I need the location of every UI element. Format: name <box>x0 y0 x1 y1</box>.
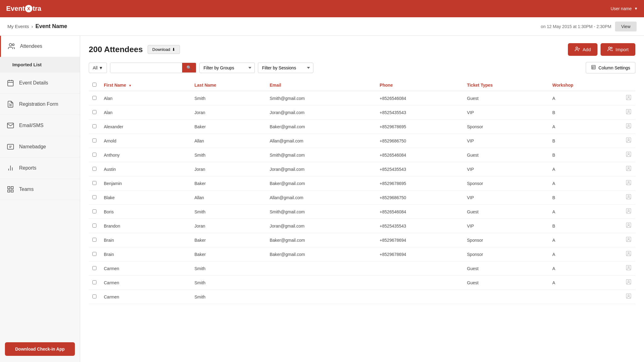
row-checkbox-8[interactable] <box>92 209 96 213</box>
row-checkbox-cell <box>89 219 100 233</box>
import-button[interactable]: Import <box>601 43 635 56</box>
cell-profile-icon[interactable] <box>622 247 635 261</box>
cell-profile-icon[interactable] <box>622 134 635 148</box>
row-checkbox-10[interactable] <box>92 238 96 242</box>
filter-all-dropdown[interactable]: All ▼ <box>89 63 107 73</box>
sidebar-item-registration-form[interactable]: Registration Form <box>0 94 80 115</box>
main-content: 200 Attendees Download ⬇ Add Im <box>80 36 644 362</box>
profile-icon[interactable] <box>626 252 632 258</box>
cell-profile-icon[interactable] <box>622 162 635 176</box>
cell-profile-icon[interactable] <box>622 290 635 304</box>
cell-profile-icon[interactable] <box>622 148 635 162</box>
row-checkbox-12[interactable] <box>92 266 96 270</box>
cell-ticket-type: Guest <box>463 91 549 105</box>
cell-profile-icon[interactable] <box>622 191 635 205</box>
sidebar-item-event-details[interactable]: Event Details <box>0 72 80 94</box>
svg-rect-14 <box>8 187 10 189</box>
cell-profile-icon[interactable] <box>622 261 635 276</box>
cell-ticket-type: Guest <box>463 205 549 219</box>
cell-phone: +8529678695 <box>376 120 463 134</box>
svg-point-56 <box>628 295 630 296</box>
profile-icon[interactable] <box>626 138 632 144</box>
svg-point-52 <box>628 266 630 268</box>
cell-ticket-type: VIP <box>463 134 549 148</box>
table-row: Alan Smith Smith@gmail.com +8526546084 G… <box>89 91 635 105</box>
sidebar-label-registration-form: Registration Form <box>19 101 58 107</box>
cell-last-name: Baker <box>191 120 266 134</box>
import-icon <box>607 46 613 53</box>
event-details-icon <box>6 79 15 87</box>
filter-sessions-select[interactable]: Filter by Sessions <box>258 63 313 73</box>
profile-icon[interactable] <box>626 96 632 102</box>
row-checkbox-1[interactable] <box>92 110 96 114</box>
cell-profile-icon[interactable] <box>622 120 635 134</box>
profile-icon[interactable] <box>626 223 632 229</box>
sidebar-item-attendees[interactable]: Attendees <box>0 36 80 57</box>
search-button[interactable]: 🔍 <box>182 63 196 72</box>
filter-groups-select[interactable]: Filter by Groups <box>199 63 255 73</box>
cell-profile-icon[interactable] <box>622 91 635 105</box>
cell-profile-icon[interactable] <box>622 105 635 120</box>
cell-last-name: Baker <box>191 247 266 261</box>
profile-icon[interactable] <box>626 195 632 201</box>
col-workshop-label: Workshop <box>552 83 573 88</box>
download-checkin-app-button[interactable]: Download Check-in App <box>5 342 75 356</box>
profile-icon[interactable] <box>626 110 632 116</box>
cell-phone: +8526546084 <box>376 205 463 219</box>
profile-icon[interactable] <box>626 167 632 173</box>
cell-workshop: A <box>548 120 622 134</box>
profile-icon[interactable] <box>626 181 632 187</box>
profile-icon[interactable] <box>626 280 632 286</box>
user-name: User name <box>611 6 632 11</box>
cell-phone: +8529678695 <box>376 176 463 191</box>
view-button[interactable]: View <box>615 22 637 31</box>
cell-profile-icon[interactable] <box>622 205 635 219</box>
cell-workshop: A <box>548 205 622 219</box>
row-checkbox-0[interactable] <box>92 96 96 100</box>
cell-email: Joran@gmail.com <box>266 219 376 233</box>
row-checkbox-14[interactable] <box>92 294 96 298</box>
row-checkbox-7[interactable] <box>92 195 96 199</box>
profile-icon[interactable] <box>626 209 632 215</box>
sidebar-item-teams[interactable]: Teams <box>0 179 80 200</box>
add-button[interactable]: Add <box>568 43 598 56</box>
col-first-name[interactable]: First Name ▼ <box>100 80 191 91</box>
sidebar-item-imported-list[interactable]: Imported List <box>0 57 80 72</box>
profile-icon[interactable] <box>626 152 632 158</box>
profile-icon[interactable] <box>626 124 632 130</box>
download-button[interactable]: Download ⬇ <box>148 45 180 54</box>
svg-point-30 <box>628 110 630 112</box>
row-checkbox-cell <box>89 91 100 105</box>
row-checkbox-5[interactable] <box>92 167 96 171</box>
column-settings-icon <box>591 65 596 71</box>
svg-rect-16 <box>11 190 13 192</box>
row-checkbox-13[interactable] <box>92 280 96 284</box>
row-checkbox-9[interactable] <box>92 224 96 228</box>
svg-point-36 <box>628 153 630 154</box>
svg-rect-17 <box>8 190 10 192</box>
cell-email: Allan@gmail.com <box>266 191 376 205</box>
sidebar-label-event-details: Event Details <box>19 80 48 86</box>
row-checkbox-11[interactable] <box>92 252 96 256</box>
cell-profile-icon[interactable] <box>622 176 635 191</box>
profile-icon[interactable] <box>626 294 632 300</box>
column-settings-button[interactable]: Column Settings <box>586 62 635 73</box>
row-checkbox-4[interactable] <box>92 153 96 157</box>
search-input[interactable] <box>110 63 182 73</box>
sidebar-item-namebadge[interactable]: Namebadge <box>0 136 80 158</box>
profile-icon[interactable] <box>626 266 632 272</box>
cell-profile-icon[interactable] <box>622 276 635 290</box>
sidebar-item-reports[interactable]: Reports <box>0 158 80 179</box>
select-all-checkbox[interactable] <box>92 83 96 87</box>
user-menu[interactable]: User name ▼ <box>611 6 638 11</box>
breadcrumb-my-events[interactable]: My Events <box>7 24 29 29</box>
sidebar-item-email-sms[interactable]: Email/SMS <box>0 115 80 136</box>
profile-icon[interactable] <box>626 237 632 244</box>
cell-profile-icon[interactable] <box>622 233 635 247</box>
row-checkbox-3[interactable] <box>92 138 96 142</box>
cell-profile-icon[interactable] <box>622 219 635 233</box>
sidebar: Attendees Imported List Event Details Re… <box>0 36 80 362</box>
row-checkbox-6[interactable] <box>92 181 96 185</box>
row-checkbox-2[interactable] <box>92 124 96 128</box>
cell-phone: +8529678694 <box>376 247 463 261</box>
